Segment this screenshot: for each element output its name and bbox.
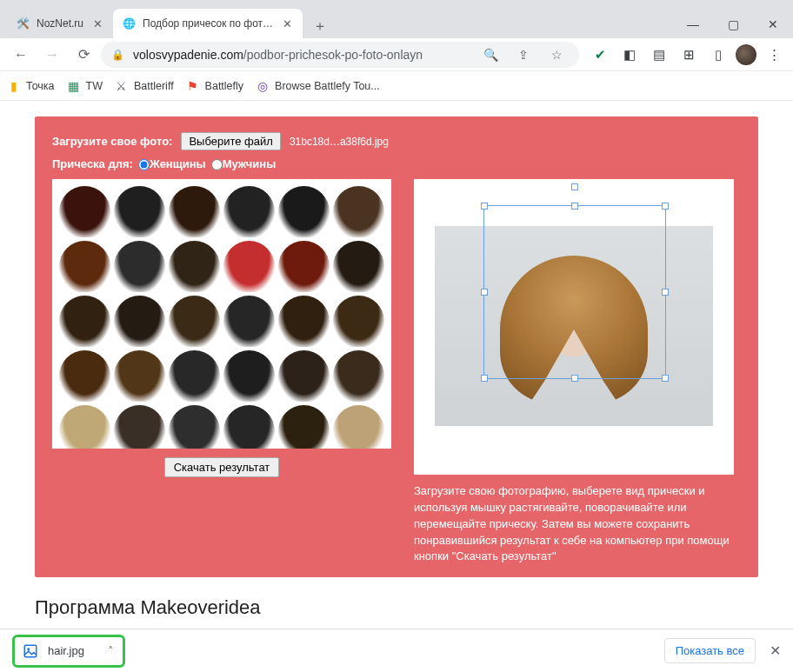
radio-female[interactable] — [138, 159, 150, 170]
browser-toolbar: ← → ⟳ 🔒 volosvypadenie.com/podbor-priche… — [0, 38, 793, 71]
resize-handle[interactable] — [481, 203, 488, 210]
instructions-text: Загрузите свою фотографию, выберете вид … — [414, 483, 734, 565]
resize-handle[interactable] — [571, 375, 578, 382]
resize-handle[interactable] — [481, 375, 488, 382]
choose-file-button[interactable]: Выберите файл — [181, 132, 280, 150]
hairstyle-thumb[interactable] — [223, 296, 275, 347]
hairstyle-thumb[interactable] — [333, 405, 384, 449]
hairstyle-thumb[interactable] — [169, 350, 220, 402]
selected-filename: 31bc18d…a38f6d.jpg — [290, 136, 389, 148]
new-tab-button[interactable]: ＋ — [308, 14, 332, 38]
tab-title: NozNet.ru — [37, 17, 83, 30]
bookmark-battlefly[interactable]: ⚑Battlefly — [186, 79, 243, 93]
hairstyle-thumb[interactable] — [333, 296, 384, 347]
chevron-up-icon[interactable]: ˄ — [108, 644, 114, 657]
rotate-handle[interactable] — [571, 183, 578, 190]
download-result-button[interactable]: Скачать результат — [164, 457, 280, 477]
show-all-downloads-button[interactable]: Показать все — [664, 638, 756, 663]
profile-avatar[interactable] — [736, 44, 756, 65]
globe-icon: 🌐 — [122, 17, 136, 30]
bookmark-battleriff[interactable]: ⚔Battleriff — [115, 79, 174, 93]
download-item[interactable]: hair.jpg ˄ — [12, 635, 125, 668]
hairstyle-thumb[interactable] — [59, 241, 110, 292]
hairstyle-thumb[interactable] — [278, 350, 330, 402]
hairstyle-thumb[interactable] — [278, 186, 330, 237]
hairstyle-thumb[interactable] — [169, 241, 220, 292]
hairstyle-thumb[interactable] — [278, 296, 330, 347]
resize-handle[interactable] — [481, 289, 488, 296]
back-button[interactable]: ← — [7, 41, 35, 69]
close-tab-icon[interactable]: ✕ — [280, 17, 294, 30]
tab-noznet[interactable]: 🛠️ NozNet.ru ✕ — [7, 9, 113, 38]
hairstyle-thumb[interactable] — [278, 405, 330, 449]
gender-label: Прическа для: — [52, 157, 133, 170]
hairstyle-thumb[interactable] — [333, 350, 384, 402]
browser-tabstrip: 🛠️ NozNet.ru ✕ 🌐 Подбор причесок по фото… — [0, 0, 793, 38]
hairstyle-thumb[interactable] — [114, 241, 165, 292]
bookmark-battlefy[interactable]: ◎Browse Battlefy Tou... — [256, 79, 380, 93]
minimize-button[interactable]: — — [673, 10, 713, 38]
reload-button[interactable]: ⟳ — [70, 41, 97, 69]
extension-adguard-icon[interactable]: ✔ — [588, 43, 612, 67]
preview-canvas[interactable] — [414, 179, 734, 475]
hairstyle-thumb[interactable] — [169, 296, 220, 347]
hairstyle-thumb[interactable] — [333, 241, 384, 292]
maximize-button[interactable]: ▢ — [713, 10, 753, 38]
extension-icon[interactable]: ◧ — [617, 43, 642, 67]
hairstyle-thumb[interactable] — [223, 405, 275, 449]
wrench-icon: 🛠️ — [16, 17, 30, 30]
extensions: ✔ ◧ ▤ ⊞ ▯ ⋮ — [588, 43, 786, 67]
resize-handle[interactable] — [662, 375, 669, 382]
flag-icon: ⚑ — [186, 79, 200, 93]
extensions-puzzle-icon[interactable]: ⊞ — [676, 43, 701, 67]
resize-handle[interactable] — [571, 203, 578, 210]
svg-point-1 — [27, 648, 30, 650]
hairstyle-thumb[interactable] — [59, 350, 110, 402]
address-bar[interactable]: 🔒 volosvypadenie.com/podbor-prichesok-po… — [101, 42, 579, 68]
close-window-button[interactable]: ✕ — [753, 10, 793, 38]
bookmarks-side-icon[interactable]: ▯ — [706, 43, 730, 67]
hairstyle-thumb[interactable] — [114, 296, 165, 347]
gender-male-option[interactable]: Мужчины — [211, 157, 277, 170]
tab-active[interactable]: 🌐 Подбор причесок по фото онла ✕ — [113, 9, 303, 38]
bookmarks-bar: ▮Точка ▦TW ⚔Battleriff ⚑Battlefly ◎Brows… — [0, 71, 793, 101]
gender-female-option[interactable]: Женщины — [138, 157, 206, 170]
hairstyle-gallery[interactable] — [52, 179, 391, 449]
radio-male[interactable] — [211, 159, 223, 170]
selection-box[interactable] — [483, 205, 666, 379]
share-icon[interactable]: ⇪ — [511, 43, 536, 67]
star-icon[interactable]: ☆ — [544, 43, 569, 67]
hairstyle-thumb[interactable] — [114, 350, 165, 402]
bookmark-tochka[interactable]: ▮Точка — [7, 79, 55, 93]
hairstyle-thumb[interactable] — [169, 186, 220, 237]
section-title: Программа Makeoveridea — [35, 596, 758, 619]
resize-handle[interactable] — [662, 203, 669, 210]
extension-icon[interactable]: ▤ — [647, 43, 671, 67]
hairstyle-thumb[interactable] — [114, 405, 165, 449]
tab-title: Подбор причесок по фото онла — [143, 17, 273, 30]
hairstyle-thumb[interactable] — [59, 186, 110, 237]
hairstyle-thumb[interactable] — [223, 350, 275, 402]
forward-button[interactable]: → — [38, 41, 66, 69]
bookmark-tw[interactable]: ▦TW — [67, 79, 103, 93]
download-filename: hair.jpg — [48, 644, 84, 657]
hairstyle-gallery-wrap: Скачать результат — [52, 179, 391, 565]
hairstyle-thumb[interactable] — [114, 186, 165, 237]
folder-icon: ▮ — [7, 79, 21, 93]
menu-icon[interactable]: ⋮ — [762, 43, 786, 67]
resize-handle[interactable] — [662, 289, 669, 296]
hairstyle-thumb[interactable] — [169, 405, 220, 449]
hairstyle-thumb[interactable] — [223, 186, 275, 237]
window-controls: — ▢ ✕ — [673, 10, 793, 38]
close-shelf-icon[interactable]: ✕ — [770, 642, 781, 659]
image-file-icon — [22, 642, 39, 660]
sheets-icon: ▦ — [67, 79, 81, 93]
hairstyle-thumb[interactable] — [223, 241, 275, 292]
zoom-icon[interactable]: 🔍 — [478, 43, 503, 67]
close-tab-icon[interactable]: ✕ — [90, 17, 104, 30]
gender-row: Прическа для: Женщины Мужчины — [52, 157, 741, 170]
hairstyle-thumb[interactable] — [59, 296, 110, 347]
hairstyle-thumb[interactable] — [333, 186, 384, 237]
hairstyle-thumb[interactable] — [59, 405, 110, 449]
hairstyle-thumb[interactable] — [278, 241, 330, 292]
